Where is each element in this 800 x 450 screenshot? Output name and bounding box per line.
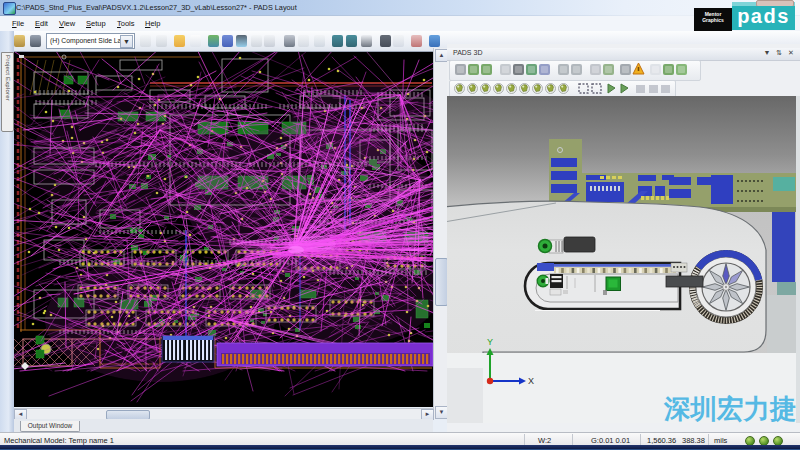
svg-text:Y: Y — [487, 337, 493, 347]
svg-text:X: X — [528, 376, 534, 386]
